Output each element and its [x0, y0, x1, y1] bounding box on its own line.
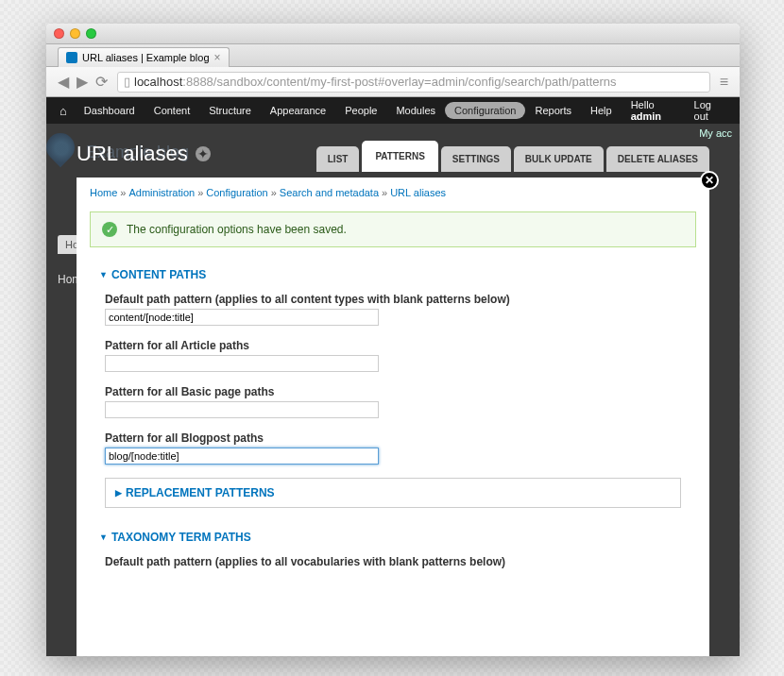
chevron-down-icon: ▼ — [99, 532, 108, 542]
breadcrumb-separator: » — [120, 187, 126, 198]
overlay-header: URL aliases ✦ LISTPATTERNSSETTINGSBULK U… — [77, 141, 709, 172]
blogpost-pattern-field: Pattern for all Blogpost paths — [105, 431, 681, 465]
breadcrumb-separator: » — [382, 187, 387, 198]
legend-text: CONTENT PATHS — [111, 268, 206, 281]
article-pattern-input[interactable] — [105, 355, 379, 372]
blogpost-pattern-input[interactable] — [105, 448, 379, 465]
toolbar-item-modules[interactable]: Modules — [386, 100, 445, 121]
field-label: Default path pattern (applies to all voc… — [105, 555, 681, 568]
breadcrumb-item[interactable]: Search and metadata — [280, 187, 379, 198]
admin-toolbar: ⌂ DashboardContentStructureAppearancePeo… — [46, 97, 740, 124]
my-account-link[interactable]: My acc — [699, 127, 732, 139]
breadcrumb-item[interactable]: Home — [90, 187, 117, 198]
chevron-down-icon: ▼ — [99, 270, 108, 279]
traffic-lights — [54, 28, 96, 39]
window-minimize-button[interactable] — [70, 28, 80, 39]
page-title-text: URL aliases — [77, 142, 188, 166]
taxonomy-default-field: Default path pattern (applies to all voc… — [105, 555, 681, 568]
tab-title: URL aliases | Example blog — [82, 52, 210, 63]
window-close-button[interactable] — [54, 28, 64, 39]
taxonomy-paths-fieldset: ▼ TAXONOMY TERM PATHS Default path patte… — [90, 523, 696, 597]
menu-button[interactable]: ≡ — [718, 74, 730, 91]
toolbar-item-configuration[interactable]: Configuration — [445, 102, 525, 119]
field-label: Pattern for all Basic page paths — [105, 385, 681, 398]
toolbar-item-dashboard[interactable]: Dashboard — [75, 100, 145, 121]
toolbar-item-appearance[interactable]: Appearance — [261, 100, 335, 121]
overlay-tabs: LISTPATTERNSSETTINGSBULK UPDATEDELETE AL… — [316, 141, 709, 172]
username: admin — [631, 110, 661, 122]
field-label: Default path pattern (applies to all con… — [105, 293, 681, 306]
legend-text: REPLACEMENT PATTERNS — [126, 486, 275, 499]
close-overlay-button[interactable]: ✕ — [700, 171, 719, 190]
browser-tab[interactable]: URL aliases | Example blog × — [58, 47, 230, 67]
window-maximize-button[interactable] — [86, 28, 96, 39]
status-message: ✓ The configuration options have been sa… — [90, 211, 696, 247]
legend-text: TAXONOMY TERM PATHS — [111, 531, 251, 544]
basic-page-pattern-input[interactable] — [105, 401, 379, 418]
url-input[interactable]: ▯ localhost:8888/sandbox/content/my-firs… — [117, 72, 710, 93]
default-pattern-field: Default path pattern (applies to all con… — [105, 293, 681, 326]
fieldset-body: Default path pattern (applies to all con… — [90, 289, 696, 523]
default-pattern-input[interactable] — [105, 309, 379, 326]
address-bar: ◀ ▶ ⟳ ▯ localhost:8888/sandbox/content/m… — [46, 67, 740, 97]
nav-buttons: ◀ ▶ ⟳ — [56, 73, 110, 91]
drupal-logo-icon — [46, 127, 80, 167]
reload-button[interactable]: ⟳ — [94, 73, 110, 91]
url-path: :8888/sandbox/content/my-first-post#over… — [182, 75, 616, 89]
breadcrumb-separator: » — [197, 187, 203, 198]
forward-button[interactable]: ▶ — [75, 73, 90, 91]
tab-settings[interactable]: SETTINGS — [441, 146, 511, 172]
url-host: localhost — [134, 75, 182, 89]
content-paths-fieldset: ▼ CONTENT PATHS Default path pattern (ap… — [90, 261, 696, 523]
browser-tabbar: URL aliases | Example blog × — [46, 44, 740, 67]
home-icon[interactable]: ⌂ — [56, 104, 75, 118]
overlay-content: Home»Administration»Configuration»Search… — [77, 177, 709, 656]
hello-user[interactable]: Hello admin — [622, 94, 685, 127]
chevron-right-icon: ▶ — [115, 488, 122, 498]
tab-bulk-update[interactable]: BULK UPDATE — [514, 146, 604, 172]
breadcrumb-item[interactable]: URL aliases — [390, 187, 446, 198]
toolbar-item-help[interactable]: Help — [581, 100, 622, 121]
toolbar-item-reports[interactable]: Reports — [525, 100, 581, 121]
breadcrumb-item[interactable]: Configuration — [206, 187, 267, 198]
article-pattern-field: Pattern for all Article paths — [105, 339, 681, 372]
breadcrumb-separator: » — [271, 187, 277, 198]
basic-page-pattern-field: Pattern for all Basic page paths — [105, 385, 681, 418]
hello-prefix: Hello — [631, 99, 655, 110]
fieldset-body: Default path pattern (applies to all voc… — [90, 551, 696, 597]
tab-list[interactable]: LIST — [316, 146, 360, 172]
tab-patterns[interactable]: PATTERNS — [362, 141, 437, 172]
toolbar-item-structure[interactable]: Structure — [199, 100, 261, 121]
overlay-backdrop: Example blog Ho Hom My acc URL aliases ✦… — [46, 124, 740, 656]
toolbar-item-content[interactable]: Content — [145, 100, 200, 121]
tab-close-icon[interactable]: × — [214, 51, 221, 64]
page-icon: ▯ — [124, 75, 130, 89]
replacement-patterns-fieldset: ▶ REPLACEMENT PATTERNS — [105, 478, 681, 508]
page-title: URL aliases ✦ — [77, 142, 211, 172]
window-titlebar — [46, 24, 740, 44]
status-text: The configuration options have been save… — [127, 223, 347, 236]
toolbar-item-people[interactable]: People — [335, 100, 386, 121]
logout-link[interactable]: Log out — [685, 94, 730, 127]
tab-delete-aliases[interactable]: DELETE ALIASES — [606, 146, 709, 172]
content-paths-legend[interactable]: ▼ CONTENT PATHS — [90, 261, 696, 289]
taxonomy-paths-legend[interactable]: ▼ TAXONOMY TERM PATHS — [90, 523, 696, 551]
breadcrumb-item[interactable]: Administration — [128, 187, 195, 198]
browser-window: URL aliases | Example blog × ◀ ▶ ⟳ ▯ loc… — [46, 24, 740, 656]
replacement-patterns-legend[interactable]: ▶ REPLACEMENT PATTERNS — [106, 479, 680, 507]
favicon-icon — [66, 52, 77, 63]
field-label: Pattern for all Blogpost paths — [105, 431, 681, 445]
field-label: Pattern for all Article paths — [105, 339, 681, 352]
breadcrumb: Home»Administration»Configuration»Search… — [77, 177, 709, 208]
shortcut-star-icon[interactable]: ✦ — [196, 146, 211, 161]
back-button[interactable]: ◀ — [56, 73, 71, 91]
check-icon: ✓ — [102, 222, 117, 237]
